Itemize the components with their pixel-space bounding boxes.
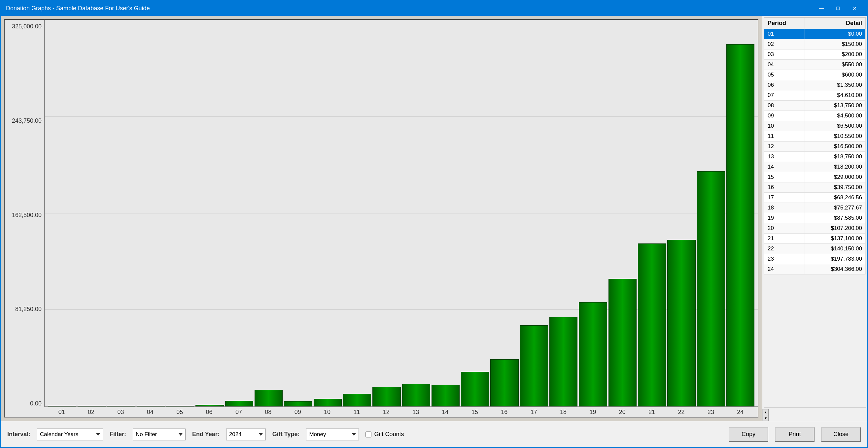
table-row[interactable]: 11$10,550.00 xyxy=(764,131,866,141)
bar-11[interactable] xyxy=(343,394,371,407)
copy-button[interactable]: Copy xyxy=(729,427,768,442)
bar-01[interactable] xyxy=(48,406,76,407)
detail-cell: $200.00 xyxy=(805,49,865,60)
table-row[interactable]: 06$1,350.00 xyxy=(764,80,866,91)
table-row[interactable]: 13$18,750.00 xyxy=(764,152,866,162)
x-label-23: 23 xyxy=(696,409,725,416)
table-row[interactable]: 07$4,610.00 xyxy=(764,91,866,101)
bar-24[interactable] xyxy=(726,44,754,407)
bar-21[interactable] xyxy=(638,243,666,407)
bar-07[interactable] xyxy=(225,401,253,407)
grid-and-bars xyxy=(44,20,758,407)
period-cell: 19 xyxy=(764,213,805,223)
bar-18[interactable] xyxy=(549,317,578,407)
table-row[interactable]: 05$600.00 xyxy=(764,70,866,80)
x-label-07: 07 xyxy=(224,409,253,416)
detail-cell: $18,750.00 xyxy=(805,152,865,162)
detail-cell: $304,366.00 xyxy=(805,264,865,274)
table-row[interactable]: 15$29,000.00 xyxy=(764,172,866,182)
x-label-11: 11 xyxy=(343,409,371,416)
period-cell: 14 xyxy=(764,162,805,172)
bar-16[interactable] xyxy=(490,359,518,407)
bar-10[interactable] xyxy=(314,399,342,407)
y-label-top: 325,000.00 xyxy=(7,23,41,30)
bar-20[interactable] xyxy=(609,279,637,407)
table-row[interactable]: 17$68,246.56 xyxy=(764,193,866,203)
table-row[interactable]: 16$39,750.00 xyxy=(764,182,866,193)
table-row[interactable]: 19$87,585.00 xyxy=(764,213,866,223)
scroll-down-button[interactable]: ▼ xyxy=(763,415,769,421)
close-window-button[interactable]: ✕ xyxy=(847,3,862,13)
maximize-button[interactable]: □ xyxy=(830,3,845,13)
table-row[interactable]: 04$550.00 xyxy=(764,60,866,70)
bar-04[interactable] xyxy=(137,406,165,407)
title-bar-buttons: — □ ✕ xyxy=(814,3,862,13)
gift-counts-checkbox[interactable] xyxy=(366,432,371,438)
bar-09[interactable] xyxy=(284,401,312,407)
x-label-18: 18 xyxy=(549,409,577,416)
table-row[interactable]: 22$140,150.00 xyxy=(764,244,866,254)
y-label-2: 243,750.00 xyxy=(7,117,41,125)
bar-wrapper-08 xyxy=(254,20,283,407)
table-row[interactable]: 23$197,783.00 xyxy=(764,254,866,264)
gift-counts-label[interactable]: Gift Counts xyxy=(374,431,404,438)
detail-cell: $29,000.00 xyxy=(805,172,865,182)
bar-14[interactable] xyxy=(432,385,460,407)
period-cell: 12 xyxy=(764,141,805,152)
close-button[interactable]: Close xyxy=(821,427,861,442)
bar-23[interactable] xyxy=(697,171,725,407)
scrollbar[interactable]: ▲ ▼ xyxy=(762,409,768,421)
table-row[interactable]: 09$4,500.00 xyxy=(764,111,866,121)
bar-03[interactable] xyxy=(107,406,135,407)
x-label-21: 21 xyxy=(638,409,666,416)
bar-wrapper-07 xyxy=(225,20,253,407)
gift-type-label: Gift Type: xyxy=(272,431,300,438)
table-row[interactable]: 21$137,100.00 xyxy=(764,234,866,244)
table-row[interactable]: 01$0.00 xyxy=(764,29,866,39)
table-row[interactable]: 10$6,500.00 xyxy=(764,121,866,131)
bar-22[interactable] xyxy=(667,240,695,407)
bar-17[interactable] xyxy=(520,325,548,407)
bar-wrapper-23 xyxy=(697,20,725,407)
bottom-bar: Interval: Calendar Years Fiscal Years Mo… xyxy=(1,421,867,447)
period-cell: 03 xyxy=(764,49,805,60)
table-row[interactable]: 24$304,366.00 xyxy=(764,264,866,274)
bar-13[interactable] xyxy=(402,384,430,407)
x-label-12: 12 xyxy=(372,409,400,416)
bar-wrapper-06 xyxy=(195,20,223,407)
gift-type-dropdown[interactable]: Money In-Kind Pledge All xyxy=(306,428,359,440)
period-column-header: Period xyxy=(764,18,805,29)
y-axis: 325,000.00 243,750.00 162,500.00 81,250.… xyxy=(5,20,44,417)
bar-05[interactable] xyxy=(166,406,194,407)
scroll-up-button[interactable]: ▲ xyxy=(763,409,769,415)
x-label-19: 19 xyxy=(579,409,607,416)
detail-cell: $0.00 xyxy=(805,29,865,39)
minimize-button[interactable]: — xyxy=(814,3,829,13)
bar-19[interactable] xyxy=(579,302,607,407)
end-year-dropdown[interactable]: 2020 2021 2022 2023 2024 xyxy=(226,428,266,440)
print-button[interactable]: Print xyxy=(775,427,814,442)
detail-cell: $87,585.00 xyxy=(805,213,865,223)
table-row[interactable]: 03$200.00 xyxy=(764,49,866,60)
bar-02[interactable] xyxy=(78,406,106,407)
table-row[interactable]: 02$150.00 xyxy=(764,39,866,49)
bar-12[interactable] xyxy=(372,387,401,407)
table-row[interactable]: 18$75,277.67 xyxy=(764,203,866,213)
table-row[interactable]: 08$13,750.00 xyxy=(764,101,866,111)
x-label-22: 22 xyxy=(667,409,695,416)
filter-dropdown[interactable]: No Filter Filter 1 xyxy=(133,428,186,440)
table-row[interactable]: 20$107,200.00 xyxy=(764,223,866,234)
bar-wrapper-02 xyxy=(78,20,106,407)
interval-dropdown[interactable]: Calendar Years Fiscal Years Months Quart… xyxy=(37,428,103,440)
detail-cell: $197,783.00 xyxy=(805,254,865,264)
period-cell: 21 xyxy=(764,234,805,244)
detail-cell: $600.00 xyxy=(805,70,865,80)
bar-08[interactable] xyxy=(254,390,283,407)
detail-cell: $4,500.00 xyxy=(805,111,865,121)
bar-06[interactable] xyxy=(195,405,223,407)
data-table[interactable]: Period Detail 01$0.0002$150.0003$200.000… xyxy=(764,17,866,408)
period-cell: 01 xyxy=(764,29,805,39)
table-row[interactable]: 12$16,500.00 xyxy=(764,141,866,152)
table-row[interactable]: 14$18,200.00 xyxy=(764,162,866,172)
bar-15[interactable] xyxy=(461,372,489,407)
